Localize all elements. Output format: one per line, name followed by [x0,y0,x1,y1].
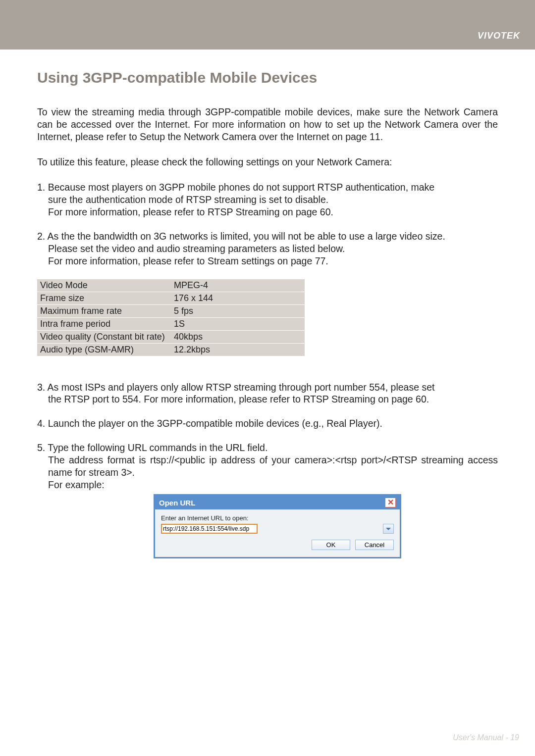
setting-key: Intra frame period [37,317,171,330]
step-2: 2. As the the bandwidth on 3G networks i… [37,230,498,267]
dialog-button-row: OK Cancel [161,540,394,550]
step-5-line-c: For example: [37,479,498,491]
url-row [161,524,394,534]
page-title: Using 3GPP-compatible Mobile Devices [37,69,498,86]
setting-value: 40kbps [171,330,305,343]
table-row: Maximum frame rate 5 fps [37,304,305,317]
step-3-line-a: 3. As most ISPs and players only allow R… [37,382,434,393]
setting-key: Video Mode [37,279,171,292]
table-row: Intra frame period 1S [37,317,305,330]
dropdown-button[interactable] [383,524,394,534]
setting-value: 1S [171,317,305,330]
step-2-line-b: Please set the video and audio streaming… [37,243,498,255]
page-content: Using 3GPP-compatible Mobile Devices To … [0,50,535,573]
setting-key: Audio type (GSM-AMR) [37,343,171,356]
step-1-line-c: For more information, please refer to RT… [37,206,498,218]
setting-value: 5 fps [171,304,305,317]
step-1: 1. Because most players on 3GPP mobile p… [37,181,498,218]
footer: User's Manual - 19 [453,733,519,742]
step-5-line-b: The address format is rtsp://<public ip … [37,454,498,479]
setting-key: Maximum frame rate [37,304,171,317]
step-1-line-a: 1. Because most players on 3GPP mobile p… [37,182,434,193]
close-icon: ✕ [387,499,394,506]
step-4: 4. Launch the player on the 3GPP-compati… [37,417,498,430]
step-5: 5. Type the following URL commands in th… [37,442,498,491]
step-3: 3. As most ISPs and players only allow R… [37,381,498,406]
table-row: Frame size 176 x 144 [37,292,305,304]
step-2-line-a: 2. As the the bandwidth on 3G networks i… [37,231,445,242]
step-1-line-b: sure the authentication mode of RTSP str… [37,194,498,206]
ok-button[interactable]: OK [312,540,350,550]
cancel-button[interactable]: Cancel [355,540,394,550]
dialog-title-text: Open URL [159,499,195,507]
step-3-line-b: the RTSP port to 554. For more informati… [37,393,498,405]
setting-key: Video quality (Constant bit rate) [37,330,171,343]
intro-paragraph: To view the streaming media through 3GPP… [37,106,498,143]
setting-key: Frame size [37,292,171,304]
chevron-down-icon [386,528,391,530]
settings-table: Video Mode MPEG-4 Frame size 176 x 144 M… [37,279,305,356]
url-input[interactable] [161,524,258,534]
setting-value: MPEG-4 [171,279,305,292]
brand-label: VIVOTEK [478,31,520,41]
page-number: 19 [510,733,519,742]
step-2-line-c: For more information, please refer to St… [37,255,498,267]
footer-label: User's Manual - [453,733,510,742]
open-url-dialog: Open URL ✕ Enter an Internet URL to open… [154,494,401,558]
table-row: Audio type (GSM-AMR) 12.2kbps [37,343,305,356]
utilize-paragraph: To utilize this feature, please check th… [37,156,498,168]
setting-value: 12.2kbps [171,343,305,356]
setting-value: 176 x 144 [171,292,305,304]
header-band: VIVOTEK [0,0,535,50]
step-5-line-a: 5. Type the following URL commands in th… [37,442,268,453]
table-row: Video quality (Constant bit rate) 40kbps [37,330,305,343]
url-label: Enter an Internet URL to open: [161,514,394,522]
close-button[interactable]: ✕ [385,498,396,507]
dialog-body: Enter an Internet URL to open: OK Cancel [155,509,400,557]
table-row: Video Mode MPEG-4 [37,279,305,292]
dialog-titlebar: Open URL ✕ [155,496,400,509]
